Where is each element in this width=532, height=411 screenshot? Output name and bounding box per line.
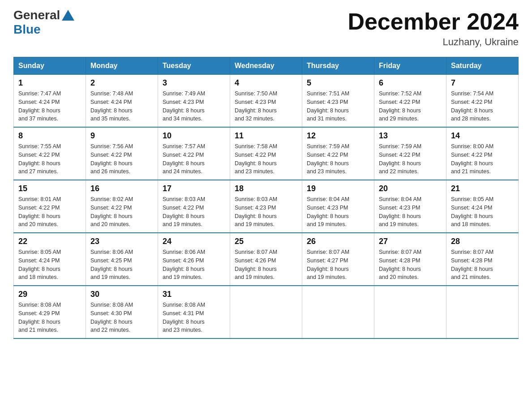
day-number: 26: [307, 237, 369, 246]
day-number: 4: [235, 78, 297, 88]
calendar-cell: 14Sunrise: 8:00 AMSunset: 4:22 PMDayligh…: [446, 127, 519, 180]
day-number: 17: [163, 184, 225, 193]
day-info: Sunrise: 8:04 AMSunset: 4:23 PMDaylight:…: [379, 195, 442, 229]
day-number: 28: [451, 237, 514, 246]
calendar-cell: 7Sunrise: 7:54 AMSunset: 4:22 PMDaylight…: [446, 75, 519, 128]
day-info: Sunrise: 8:08 AMSunset: 4:29 PMDaylight:…: [18, 301, 81, 334]
calendar-cell: 11Sunrise: 7:58 AMSunset: 4:22 PMDayligh…: [230, 127, 302, 180]
day-number: 27: [379, 237, 442, 246]
calendar-cell: 1Sunrise: 7:47 AMSunset: 4:24 PMDaylight…: [14, 75, 86, 128]
calendar-cell: 12Sunrise: 7:59 AMSunset: 4:22 PMDayligh…: [302, 127, 374, 180]
day-info: Sunrise: 7:54 AMSunset: 4:22 PMDaylight:…: [451, 90, 514, 123]
day-number: 25: [235, 237, 297, 246]
day-info: Sunrise: 8:00 AMSunset: 4:22 PMDaylight:…: [451, 142, 514, 176]
day-number: 23: [90, 237, 153, 246]
day-info: Sunrise: 7:56 AMSunset: 4:22 PMDaylight:…: [90, 142, 153, 176]
calendar-cell: 26Sunrise: 8:07 AMSunset: 4:27 PMDayligh…: [302, 233, 374, 286]
day-number: 12: [307, 131, 369, 141]
day-info: Sunrise: 8:07 AMSunset: 4:27 PMDaylight:…: [307, 248, 369, 282]
page-header: General Blue December 2024 Luzhany, Ukra…: [13, 9, 519, 48]
logo-triangle-icon: [62, 10, 74, 21]
day-info: Sunrise: 8:02 AMSunset: 4:22 PMDaylight:…: [90, 195, 153, 229]
title-section: December 2024 Luzhany, Ukraine: [348, 9, 519, 48]
calendar-cell: [230, 286, 302, 338]
day-number: 8: [18, 131, 81, 141]
calendar-cell: 6Sunrise: 7:52 AMSunset: 4:22 PMDaylight…: [374, 75, 446, 128]
logo: General Blue: [13, 9, 74, 37]
calendar-cell: 20Sunrise: 8:04 AMSunset: 4:23 PMDayligh…: [374, 180, 446, 233]
location-text: Luzhany, Ukraine: [348, 36, 519, 48]
day-number: 2: [90, 78, 153, 88]
header-friday: Friday: [374, 57, 446, 75]
calendar-week-row: 22Sunrise: 8:05 AMSunset: 4:24 PMDayligh…: [14, 233, 519, 286]
day-info: Sunrise: 8:01 AMSunset: 4:22 PMDaylight:…: [18, 195, 81, 229]
day-number: 29: [18, 290, 81, 299]
day-info: Sunrise: 7:52 AMSunset: 4:22 PMDaylight:…: [379, 90, 442, 123]
day-number: 1: [18, 78, 81, 88]
calendar-cell: 31Sunrise: 8:08 AMSunset: 4:31 PMDayligh…: [158, 286, 230, 338]
day-number: 7: [451, 78, 514, 88]
day-info: Sunrise: 7:57 AMSunset: 4:22 PMDaylight:…: [163, 142, 225, 176]
day-info: Sunrise: 8:05 AMSunset: 4:24 PMDaylight:…: [451, 195, 514, 229]
calendar-cell: 18Sunrise: 8:03 AMSunset: 4:23 PMDayligh…: [230, 180, 302, 233]
day-info: Sunrise: 8:08 AMSunset: 4:30 PMDaylight:…: [90, 301, 153, 334]
day-info: Sunrise: 7:47 AMSunset: 4:24 PMDaylight:…: [18, 90, 81, 123]
month-title: December 2024: [348, 9, 519, 34]
header-thursday: Thursday: [302, 57, 374, 75]
day-info: Sunrise: 8:05 AMSunset: 4:24 PMDaylight:…: [18, 248, 81, 282]
day-info: Sunrise: 7:59 AMSunset: 4:22 PMDaylight:…: [307, 142, 369, 176]
day-info: Sunrise: 8:03 AMSunset: 4:22 PMDaylight:…: [163, 195, 225, 229]
day-number: 19: [307, 184, 369, 193]
calendar-cell: 9Sunrise: 7:56 AMSunset: 4:22 PMDaylight…: [86, 127, 158, 180]
day-info: Sunrise: 7:48 AMSunset: 4:24 PMDaylight:…: [90, 90, 153, 123]
calendar-table: SundayMondayTuesdayWednesdayThursdayFrid…: [13, 57, 519, 339]
day-number: 11: [235, 131, 297, 141]
day-info: Sunrise: 8:07 AMSunset: 4:28 PMDaylight:…: [451, 248, 514, 282]
calendar-cell: 2Sunrise: 7:48 AMSunset: 4:24 PMDaylight…: [86, 75, 158, 128]
day-number: 22: [18, 237, 81, 246]
day-number: 31: [163, 290, 225, 299]
day-info: Sunrise: 7:59 AMSunset: 4:22 PMDaylight:…: [379, 142, 442, 176]
calendar-cell: 8Sunrise: 7:55 AMSunset: 4:22 PMDaylight…: [14, 127, 86, 180]
calendar-cell: 21Sunrise: 8:05 AMSunset: 4:24 PMDayligh…: [446, 180, 519, 233]
day-info: Sunrise: 7:55 AMSunset: 4:22 PMDaylight:…: [18, 142, 81, 176]
day-number: 24: [163, 237, 225, 246]
day-info: Sunrise: 7:51 AMSunset: 4:23 PMDaylight:…: [307, 90, 369, 123]
day-number: 10: [163, 131, 225, 141]
calendar-cell: 19Sunrise: 8:04 AMSunset: 4:23 PMDayligh…: [302, 180, 374, 233]
logo-blue-text: Blue: [13, 22, 74, 37]
calendar-week-row: 1Sunrise: 7:47 AMSunset: 4:24 PMDaylight…: [14, 75, 519, 128]
calendar-cell: 23Sunrise: 8:06 AMSunset: 4:25 PMDayligh…: [86, 233, 158, 286]
calendar-week-row: 15Sunrise: 8:01 AMSunset: 4:22 PMDayligh…: [14, 180, 519, 233]
calendar-cell: 29Sunrise: 8:08 AMSunset: 4:29 PMDayligh…: [14, 286, 86, 338]
calendar-cell: 13Sunrise: 7:59 AMSunset: 4:22 PMDayligh…: [374, 127, 446, 180]
day-number: 3: [163, 78, 225, 88]
calendar-cell: 15Sunrise: 8:01 AMSunset: 4:22 PMDayligh…: [14, 180, 86, 233]
day-number: 16: [90, 184, 153, 193]
day-info: Sunrise: 8:06 AMSunset: 4:25 PMDaylight:…: [90, 248, 153, 282]
day-number: 6: [379, 78, 442, 88]
calendar-week-row: 29Sunrise: 8:08 AMSunset: 4:29 PMDayligh…: [14, 286, 519, 338]
calendar-cell: 3Sunrise: 7:49 AMSunset: 4:23 PMDaylight…: [158, 75, 230, 128]
calendar-cell: 27Sunrise: 8:07 AMSunset: 4:28 PMDayligh…: [374, 233, 446, 286]
calendar-cell: 30Sunrise: 8:08 AMSunset: 4:30 PMDayligh…: [86, 286, 158, 338]
day-info: Sunrise: 8:08 AMSunset: 4:31 PMDaylight:…: [163, 301, 225, 334]
day-number: 5: [307, 78, 369, 88]
day-number: 15: [18, 184, 81, 193]
calendar-cell: 17Sunrise: 8:03 AMSunset: 4:22 PMDayligh…: [158, 180, 230, 233]
header-saturday: Saturday: [446, 57, 519, 75]
calendar-cell: [374, 286, 446, 338]
day-info: Sunrise: 8:06 AMSunset: 4:26 PMDaylight:…: [163, 248, 225, 282]
day-info: Sunrise: 7:49 AMSunset: 4:23 PMDaylight:…: [163, 90, 225, 123]
header-tuesday: Tuesday: [158, 57, 230, 75]
calendar-cell: 10Sunrise: 7:57 AMSunset: 4:22 PMDayligh…: [158, 127, 230, 180]
calendar-cell: [446, 286, 519, 338]
calendar-cell: [302, 286, 374, 338]
calendar-cell: 25Sunrise: 8:07 AMSunset: 4:26 PMDayligh…: [230, 233, 302, 286]
day-number: 14: [451, 131, 514, 141]
calendar-cell: 24Sunrise: 8:06 AMSunset: 4:26 PMDayligh…: [158, 233, 230, 286]
header-monday: Monday: [86, 57, 158, 75]
day-number: 18: [235, 184, 297, 193]
calendar-cell: 5Sunrise: 7:51 AMSunset: 4:23 PMDaylight…: [302, 75, 374, 128]
header-wednesday: Wednesday: [230, 57, 302, 75]
